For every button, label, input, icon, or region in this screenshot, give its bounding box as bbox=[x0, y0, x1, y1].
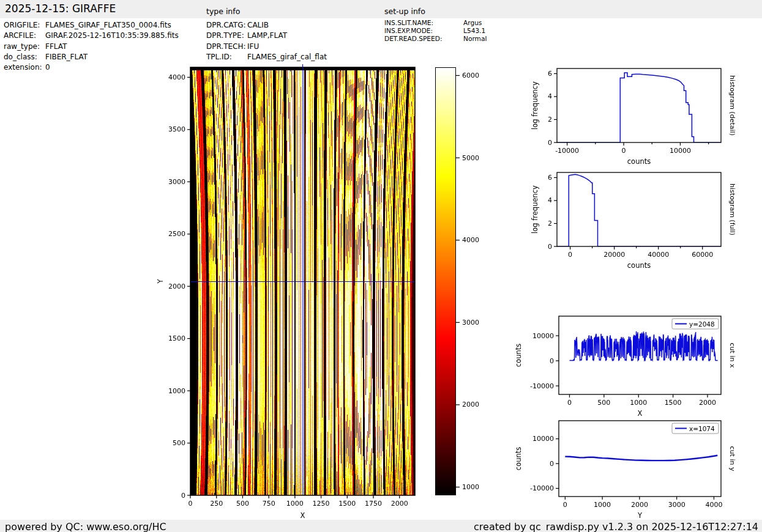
svg-text:1000: 1000 bbox=[594, 501, 611, 509]
svg-text:Y: Y bbox=[637, 511, 643, 520]
svg-text:3000: 3000 bbox=[462, 319, 479, 327]
page-title: 2025-12-15: GIRAFFE bbox=[5, 2, 116, 15]
svg-text:5000: 5000 bbox=[462, 154, 479, 162]
svg-text:2: 2 bbox=[548, 116, 552, 124]
type-info-label: TPL.ID: bbox=[206, 52, 247, 62]
legend-cut_in_x: y=2048 bbox=[672, 319, 719, 329]
svg-text:1000: 1000 bbox=[462, 483, 479, 491]
setup-info-row: INS.EXP.MODE:L543.1 bbox=[384, 27, 487, 35]
svg-text:4000: 4000 bbox=[462, 236, 479, 244]
svg-text:1500: 1500 bbox=[338, 500, 356, 508]
svg-text:4: 4 bbox=[548, 92, 552, 100]
metadata-row: ARCFILE:GIRAF.2025-12-16T10:35:39.885.fi… bbox=[4, 31, 179, 41]
svg-text:500: 500 bbox=[236, 500, 249, 508]
svg-text:0: 0 bbox=[567, 399, 572, 407]
type-info-block: DPR.CATG:CALIB DPR.TYPE:LAMP,FLAT DPR.TE… bbox=[206, 20, 327, 62]
svg-text:0: 0 bbox=[563, 501, 567, 509]
svg-text:0: 0 bbox=[548, 243, 552, 251]
raw-image-canvas bbox=[190, 67, 415, 495]
type-info-label: DPR.TECH: bbox=[206, 42, 247, 52]
metadata-row: raw_type:FFLAT bbox=[4, 42, 179, 52]
svg-text:counts: counts bbox=[627, 157, 651, 166]
plot-histogram_full: 02000040000600000246countslog frequencyh… bbox=[531, 172, 737, 270]
svg-text:4000: 4000 bbox=[705, 501, 722, 509]
colorbar-ticks: 100020003000400050006000 bbox=[456, 72, 479, 491]
metadata-row: ORIGFILE:FLAMES_GIRAF_FLAT350_0004.fits bbox=[4, 20, 179, 31]
type-info-label: DPR.CATG: bbox=[206, 20, 247, 31]
type-info-value: FLAMES_giraf_cal_flat bbox=[247, 53, 327, 61]
svg-text:10000: 10000 bbox=[670, 147, 691, 155]
svg-text:750: 750 bbox=[263, 500, 275, 508]
svg-text:1000: 1000 bbox=[286, 500, 304, 508]
setup-info-row: INS.SLIT.NAME:Argus bbox=[384, 19, 487, 27]
svg-text:0: 0 bbox=[189, 500, 193, 508]
svg-text:250: 250 bbox=[210, 500, 223, 508]
metadata-value: FLAMES_GIRAF_FLAT350_0004.fits bbox=[45, 21, 171, 29]
setup-info-value: Normal bbox=[463, 35, 487, 42]
svg-text:2: 2 bbox=[548, 220, 552, 227]
metadata-value: 0 bbox=[45, 63, 50, 72]
svg-text:1500: 1500 bbox=[665, 399, 682, 407]
metadata-value: FIBER_FLAT bbox=[45, 53, 88, 61]
type-info-row: TPL.ID:FLAMES_giraf_cal_flat bbox=[206, 52, 327, 62]
svg-text:counts: counts bbox=[514, 344, 523, 367]
type-info-value: LAMP,FLAT bbox=[247, 31, 287, 40]
svg-text:Y: Y bbox=[156, 279, 165, 284]
setup-info-label: DET.READ.SPEED: bbox=[384, 35, 463, 43]
setup-info-label: INS.SLIT.NAME: bbox=[384, 19, 463, 27]
svg-text:4: 4 bbox=[548, 196, 552, 204]
svg-text:y=2048: y=2048 bbox=[689, 320, 715, 328]
svg-text:4000: 4000 bbox=[168, 73, 185, 81]
plot-histogram_detail: -100000100000246countslog frequencyhisto… bbox=[531, 68, 737, 166]
setup-info-value: Argus bbox=[463, 19, 482, 26]
svg-text:0: 0 bbox=[550, 460, 554, 468]
svg-text:cut in y: cut in y bbox=[728, 446, 736, 471]
metadata-label: extension: bbox=[4, 62, 45, 73]
svg-text:10000: 10000 bbox=[532, 332, 554, 340]
svg-text:log frequency: log frequency bbox=[531, 81, 539, 130]
type-info-row: DPR.CATG:CALIB bbox=[206, 20, 327, 31]
svg-text:10000: 10000 bbox=[532, 435, 554, 443]
svg-text:500: 500 bbox=[597, 399, 610, 407]
setup-info-value: L543.1 bbox=[463, 27, 485, 34]
svg-text:1000: 1000 bbox=[630, 399, 647, 407]
svg-text:500: 500 bbox=[173, 439, 185, 447]
metadata-label: ARCFILE: bbox=[4, 31, 45, 41]
svg-text:0: 0 bbox=[568, 251, 572, 259]
svg-text:6: 6 bbox=[548, 70, 552, 78]
svg-text:1500: 1500 bbox=[168, 334, 185, 342]
metadata-row: do_class:FIBER_FLAT bbox=[4, 52, 179, 62]
metadata-value: GIRAF.2025-12-16T10:35:39.885.fits bbox=[45, 31, 179, 40]
svg-text:3000: 3000 bbox=[668, 501, 685, 509]
plot-cut_in_x: 0500100015002000-10000010000Xcountscut i… bbox=[514, 316, 737, 418]
svg-text:0: 0 bbox=[181, 492, 185, 500]
svg-text:-10000: -10000 bbox=[555, 147, 579, 155]
svg-text:3500: 3500 bbox=[168, 125, 185, 133]
type-info-value: CALIB bbox=[247, 21, 269, 29]
svg-text:1000: 1000 bbox=[168, 387, 185, 395]
svg-text:1750: 1750 bbox=[365, 500, 382, 508]
svg-text:20000: 20000 bbox=[603, 251, 625, 259]
svg-text:3000: 3000 bbox=[168, 178, 185, 186]
svg-text:2000: 2000 bbox=[699, 399, 716, 407]
colorbar bbox=[435, 67, 456, 495]
svg-text:0: 0 bbox=[622, 147, 626, 155]
svg-text:X: X bbox=[301, 511, 305, 520]
setup-info-header: set-up info bbox=[384, 7, 425, 16]
footer-left-text: powered by QC: www.eso.org/HC bbox=[5, 521, 166, 532]
type-info-row: DPR.TYPE:LAMP,FLAT bbox=[206, 31, 327, 41]
svg-text:-10000: -10000 bbox=[530, 484, 554, 492]
type-info-label: DPR.TYPE: bbox=[206, 31, 247, 41]
svg-text:1250: 1250 bbox=[313, 500, 330, 508]
setup-info-block: INS.SLIT.NAME:Argus INS.EXP.MODE:L543.1 … bbox=[384, 19, 487, 43]
svg-text:histogram (full): histogram (full) bbox=[728, 183, 736, 235]
svg-text:6000: 6000 bbox=[462, 72, 479, 79]
type-info-header: type info bbox=[206, 7, 240, 16]
type-info-value: IFU bbox=[247, 42, 259, 51]
svg-text:counts: counts bbox=[627, 261, 651, 270]
metadata-row: extension:0 bbox=[4, 62, 179, 73]
metadata-label: ORIGFILE: bbox=[4, 20, 45, 31]
svg-text:log frequency: log frequency bbox=[531, 185, 539, 234]
svg-text:2000: 2000 bbox=[391, 500, 408, 508]
svg-text:x=1074: x=1074 bbox=[689, 425, 715, 432]
